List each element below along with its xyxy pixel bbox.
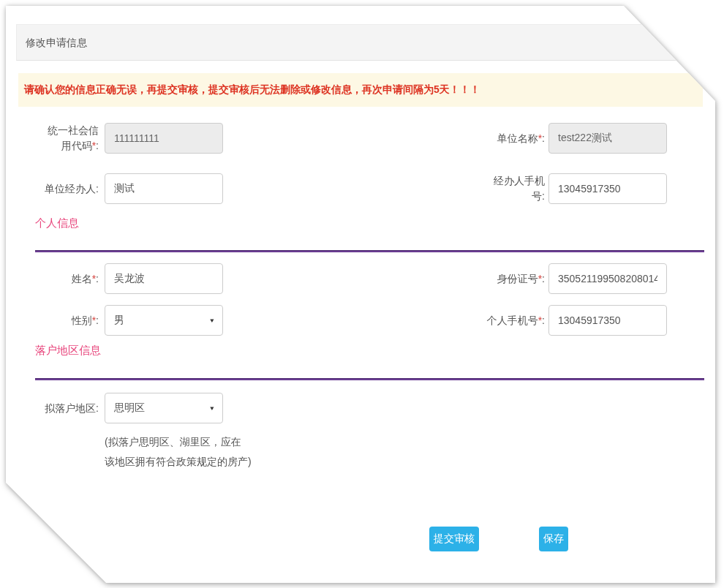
name-label: 姓名*: <box>26 263 99 294</box>
settle-area-note: (拟落户思明区、湖里区，应在 该地区拥有符合政策规定的房产) <box>105 432 309 472</box>
gender-label: 性别*: <box>26 305 99 336</box>
page: 修改申请信息 请确认您的信息正确无误，再提交审核，提交审核后无法删除或修改信息，… <box>0 0 724 588</box>
page-title: 修改申请信息 <box>17 25 704 60</box>
settlement-section-title: 落户地区信息 <box>35 344 101 358</box>
warning-banner: 请确认您的信息正确无误，再提交审核，提交审核后无法删除或修改信息，再次申请间隔为… <box>18 73 703 107</box>
unit-agent-label: 单位经办人: <box>26 173 99 204</box>
id-number-label: 身份证号*: <box>475 263 545 294</box>
submit-review-button[interactable]: 提交审核 <box>429 527 479 551</box>
id-number-input[interactable] <box>548 263 667 294</box>
credit-code-label: 统一社会信用代码*: <box>26 123 99 154</box>
settle-area-select[interactable]: 思明区 ▼ <box>105 393 223 423</box>
agent-phone-input[interactable] <box>548 173 667 204</box>
chevron-down-icon: ▼ <box>209 405 216 412</box>
chevron-down-icon: ▼ <box>209 317 216 324</box>
unit-name-input <box>548 123 667 154</box>
unit-agent-input[interactable] <box>105 173 223 204</box>
settle-area-select-value: 思明区 <box>114 402 145 415</box>
gender-select[interactable]: 男 ▼ <box>105 305 223 336</box>
name-input[interactable] <box>105 263 223 294</box>
save-button[interactable]: 保存 <box>539 527 568 551</box>
note-line-2: 该地区拥有符合政策规定的房产) <box>105 452 309 472</box>
card-shadow: 修改申请信息 请确认您的信息正确无误，再提交审核，提交审核后无法删除或修改信息，… <box>6 6 715 583</box>
personal-info-section-title: 个人信息 <box>35 216 79 230</box>
gender-select-value: 男 <box>114 314 124 327</box>
note-line-1: (拟落户思明区、湖里区，应在 <box>105 432 309 452</box>
warning-text: 请确认您的信息正确无误，再提交审核，提交审核后无法删除或修改信息，再次申请间隔为… <box>24 83 480 97</box>
section-divider <box>35 250 704 252</box>
card-header: 修改申请信息 <box>16 24 705 61</box>
agent-phone-label: 经办人手机号: <box>475 173 545 204</box>
settle-area-label: 拟落户地区: <box>26 393 99 423</box>
section-divider <box>35 378 704 380</box>
credit-code-input <box>105 123 223 154</box>
personal-phone-label: 个人手机号*: <box>475 305 545 336</box>
form-card: 修改申请信息 请确认您的信息正确无误，再提交审核，提交审核后无法删除或修改信息，… <box>6 6 715 583</box>
unit-name-label: 单位名称*: <box>475 123 545 154</box>
personal-phone-input[interactable] <box>548 305 667 336</box>
